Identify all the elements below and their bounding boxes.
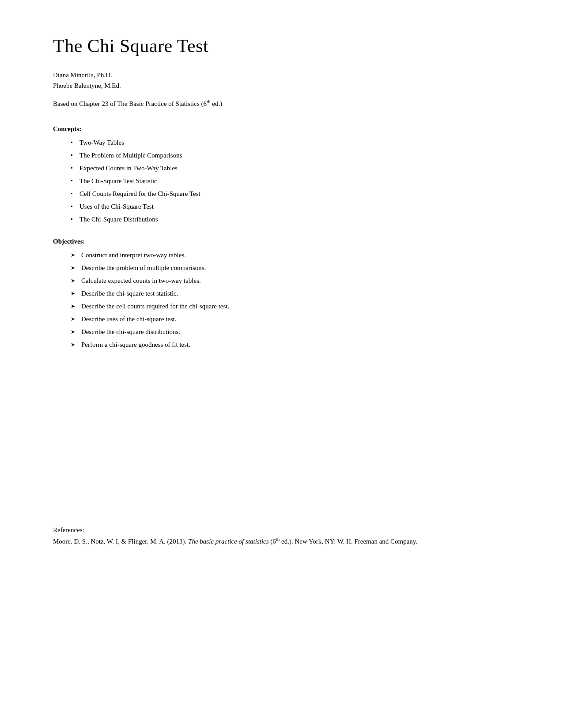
list-item: Calculate expected counts in two-way tab… — [71, 275, 510, 286]
objectives-section: Objectives: Construct and interpret two-… — [53, 238, 510, 350]
author-2: Phoebe Balentyne, M.Ed. — [53, 80, 510, 91]
references-label: References: — [53, 526, 510, 534]
reference-text-before-italic: Moore, D. S., Notz, W. I, & Flinger, M. … — [53, 538, 188, 545]
list-item: Describe the chi-square distributions. — [71, 326, 510, 337]
list-item: Describe the chi-square test statistic. — [71, 288, 510, 299]
list-item: Construct and interpret two-way tables. — [71, 250, 510, 260]
concepts-title: Concepts: — [53, 125, 510, 133]
references-section: References: Moore, D. S., Notz, W. I, & … — [53, 526, 510, 547]
list-item: Cell Counts Required for the Chi-Square … — [71, 188, 510, 199]
list-item: The Problem of Multiple Comparisons — [71, 150, 510, 161]
list-item: The Chi-Square Distributions — [71, 214, 510, 225]
list-item: The Chi-Square Test Statistic — [71, 176, 510, 186]
list-item: Describe the problem of multiple compari… — [71, 263, 510, 273]
concepts-section: Concepts: Two-Way Tables The Problem of … — [53, 125, 510, 225]
reference-text-after-italic: (6 — [269, 538, 276, 545]
list-item: Perform a chi-square goodness of fit tes… — [71, 339, 510, 350]
based-on-text: Based on Chapter 23 of The Basic Practic… — [53, 99, 510, 108]
reference-text: Moore, D. S., Notz, W. I, & Flinger, M. … — [53, 536, 510, 547]
list-item: Expected Counts in Two-Way Tables — [71, 163, 510, 173]
concepts-list: Two-Way Tables The Problem of Multiple C… — [53, 137, 510, 225]
list-item: Describe uses of the chi-square test. — [71, 314, 510, 324]
reference-text-end: ed.). New York, NY: W. H. Freeman and Co… — [280, 538, 417, 545]
author-1: Diana Mindrila, Ph.D. — [53, 70, 510, 80]
list-item: Describe the cell counts required for th… — [71, 301, 510, 311]
objectives-list: Construct and interpret two-way tables. … — [53, 250, 510, 350]
objectives-title: Objectives: — [53, 238, 510, 245]
page-title: The Chi Square Test — [53, 35, 510, 56]
list-item: Uses of the Chi-Square Test — [71, 201, 510, 212]
list-item: Two-Way Tables — [71, 137, 510, 148]
reference-italic-text: The basic practice of statistics — [188, 538, 268, 545]
authors-section: Diana Mindrila, Ph.D. Phoebe Balentyne, … — [53, 70, 510, 91]
